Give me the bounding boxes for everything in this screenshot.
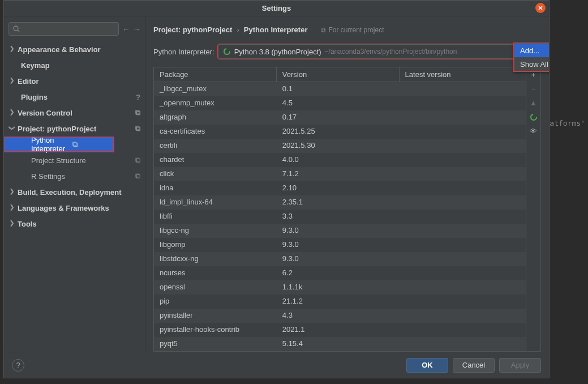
table-row[interactable]: ld_impl_linux-642.35.1: [154, 195, 526, 210]
chevron-right-icon: ❯: [10, 204, 14, 210]
ok-button[interactable]: OK: [406, 358, 448, 373]
copy-icon: ⧉: [321, 26, 326, 34]
remove-package-button[interactable]: －: [527, 82, 540, 96]
table-row[interactable]: ncurses6.2: [154, 266, 526, 280]
nav-plugins[interactable]: Plugins?: [4, 89, 145, 105]
col-version[interactable]: Version: [277, 67, 400, 82]
nav-keymap[interactable]: Keymap: [4, 57, 145, 73]
table-row[interactable]: openssl1.1.1k: [154, 280, 526, 295]
cell-package: click: [154, 167, 277, 181]
cell-latest: [400, 167, 526, 181]
close-icon: [538, 5, 543, 11]
interpreter-dropdown[interactable]: Python 3.8 (pythonProject) ~/anaconda3/e…: [218, 44, 523, 59]
menu-item-show-all[interactable]: Show All...: [514, 57, 549, 71]
nav-languages[interactable]: ❯Languages & Frameworks: [4, 200, 145, 216]
cell-version: 2.35.1: [277, 195, 400, 210]
svg-point-0: [14, 26, 18, 31]
nav-label: Version Control: [18, 109, 72, 117]
table-row[interactable]: pyinstaller-hooks-contrib2021.1: [154, 323, 526, 337]
breadcrumb-project[interactable]: Project: pythonProject: [153, 25, 232, 34]
nav-tools[interactable]: ❯Tools: [4, 216, 145, 232]
minus-icon: －: [530, 84, 537, 94]
nav-vcs[interactable]: ❯Version Control⧉: [4, 105, 145, 121]
cell-latest: [400, 323, 526, 337]
cell-latest: [400, 139, 526, 153]
table-row[interactable]: altgraph0.17: [154, 110, 526, 125]
cell-package: libgomp: [154, 238, 277, 252]
menu-item-add[interactable]: Add...: [514, 44, 549, 57]
nav-label: Tools: [18, 220, 37, 228]
nav-editor[interactable]: ❯Editor: [4, 73, 145, 89]
forward-icon[interactable]: →: [133, 25, 140, 33]
table-row[interactable]: libgcc-ng9.3.0: [154, 224, 526, 238]
nav-r-settings[interactable]: R Settings⧉: [4, 168, 145, 184]
chevron-right-icon: ›: [237, 25, 239, 34]
cell-latest: [400, 153, 526, 167]
cell-latest: [400, 82, 526, 96]
cell-package: libffi: [154, 210, 277, 224]
cancel-button[interactable]: Cancel: [453, 358, 495, 373]
nav-project[interactable]: ❯Project: pythonProject⧉: [4, 121, 145, 136]
gear-dropdown-menu: Add... Show All...: [514, 43, 549, 71]
nav-label: Python Interpreter: [31, 136, 72, 153]
table-row[interactable]: libstdcxx-ng9.3.0: [154, 252, 526, 266]
cell-latest: [400, 125, 526, 139]
cell-latest: [400, 96, 526, 110]
nav-label: Languages & Frameworks: [18, 204, 109, 212]
show-early-button[interactable]: 👁: [527, 124, 540, 138]
current-project-hint: ⧉ For current project: [321, 26, 384, 34]
cell-version: 0.1: [277, 82, 400, 96]
cell-version: 2021.5.30: [277, 139, 400, 153]
cell-version: 4.0.0: [277, 153, 400, 167]
cell-version: 0.17: [277, 110, 400, 125]
chevron-right-icon: ❯: [10, 109, 14, 115]
table-row[interactable]: certifi2021.5.30: [154, 139, 526, 153]
table-row[interactable]: ca-certificates2021.5.25: [154, 125, 526, 139]
table-row[interactable]: pyqt55.15.4: [154, 337, 526, 351]
nav-build[interactable]: ❯Build, Execution, Deployment: [4, 184, 145, 200]
packages-body[interactable]: _libgcc_mutex0.1_openmp_mutex4.5altgraph…: [153, 82, 526, 352]
col-package[interactable]: Package: [154, 67, 277, 82]
cell-version: 5.15.4: [277, 337, 400, 351]
search-input[interactable]: [8, 22, 119, 36]
help-badge-icon: ?: [136, 93, 140, 101]
nav-python-interpreter[interactable]: Python Interpreter⧉: [4, 136, 114, 152]
cell-package: certifi: [154, 139, 277, 153]
table-row[interactable]: idna2.10: [154, 181, 526, 195]
dialog-footer: ? OK Cancel Apply: [4, 352, 549, 378]
table-row[interactable]: pyinstaller4.3: [154, 309, 526, 323]
cell-package: pyinstaller: [154, 309, 277, 323]
cell-latest: [400, 295, 526, 309]
table-row[interactable]: click7.1.2: [154, 167, 526, 181]
cell-package: libstdcxx-ng: [154, 252, 277, 266]
nav-list: ❯Appearance & Behavior Keymap ❯Editor Pl…: [4, 39, 145, 352]
cell-package: ca-certificates: [154, 125, 277, 139]
table-row[interactable]: _libgcc_mutex0.1: [154, 82, 526, 96]
cell-version: 9.3.0: [277, 238, 400, 252]
table-row[interactable]: chardet4.0.0: [154, 153, 526, 167]
table-row[interactable]: libffi3.3: [154, 210, 526, 224]
conda-button[interactable]: [527, 110, 540, 124]
help-button[interactable]: ?: [12, 359, 24, 372]
col-latest[interactable]: Latest version: [400, 67, 526, 82]
table-row[interactable]: _openmp_mutex4.5: [154, 96, 526, 110]
table-row[interactable]: libgomp9.3.0: [154, 238, 526, 252]
search-icon: [12, 25, 20, 33]
upgrade-package-button[interactable]: ▲: [527, 96, 540, 110]
apply-button[interactable]: Apply: [499, 358, 541, 373]
nav-appearance[interactable]: ❯Appearance & Behavior: [4, 41, 145, 57]
chevron-right-icon: ❯: [10, 77, 14, 83]
settings-dialog: Settings ← → ❯Appearance & Behavior Keym…: [3, 0, 550, 378]
nav-project-structure[interactable]: Project Structure⧉: [4, 152, 145, 168]
cell-latest: [400, 110, 526, 125]
back-icon[interactable]: ←: [122, 25, 130, 33]
packages-toolbar: ＋ － ▲ 👁: [526, 67, 541, 352]
cell-latest: [400, 280, 526, 295]
cell-package: altgraph: [154, 110, 277, 125]
nav-label: Project: pythonProject: [18, 125, 96, 133]
nav-label: Project Structure: [31, 156, 86, 165]
close-button[interactable]: [535, 3, 546, 13]
cell-package: pip: [154, 295, 277, 309]
chevron-down-icon: ❯: [9, 126, 15, 130]
table-row[interactable]: pip21.1.2: [154, 295, 526, 309]
